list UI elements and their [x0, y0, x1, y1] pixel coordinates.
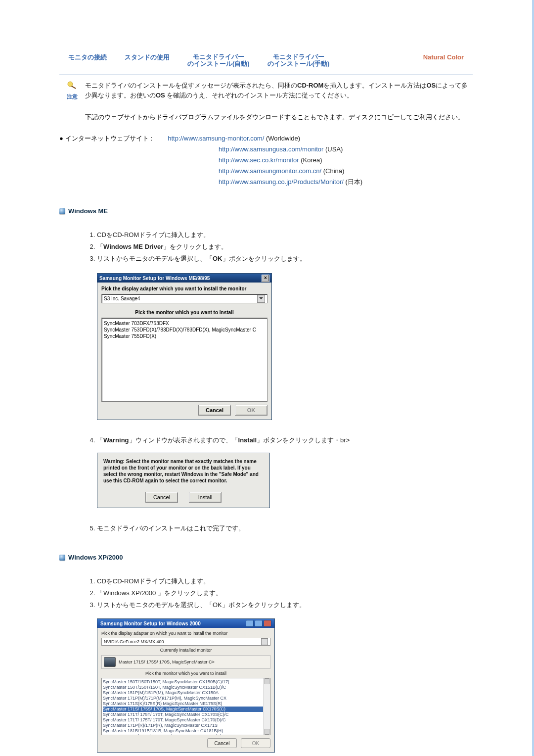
nav-driver-auto-l1: モニタドライバー	[193, 53, 244, 60]
xp-setup-title: Samsung Monitor Setup for Windows 2000	[100, 621, 201, 626]
xp-ok-button[interactable]: OK	[241, 738, 270, 748]
warning-dialog: Warning: Select the monitor name that ex…	[97, 453, 270, 508]
list-item[interactable]: SyncMaster 150T/150T/150T, MagicSyncMast…	[103, 685, 263, 690]
ok-button[interactable]: OK	[235, 405, 267, 416]
me-steps-3: モニタドライバのインストールはこれで完了です。	[87, 523, 473, 534]
pin-icon	[66, 81, 78, 91]
attention-text: モニタドライバのインストールを促すメッセージが表示されたら、同梱のCD-ROMを…	[85, 81, 473, 100]
list-item[interactable]: SyncMaster 191T/191T/190T, MagicSyncMast…	[103, 734, 263, 735]
me-step-3: リストからモニタのモデルを選択し、「OK」ボタンをクリックします。	[97, 253, 473, 264]
nav-driver-auto-l2: のインストール(自動)	[187, 60, 250, 67]
nav-stand[interactable]: スタンドの使用	[116, 53, 178, 61]
me-steps: CDをCD-ROMドライブに挿入します。 「Windows ME Driver」…	[87, 230, 473, 264]
link-korea[interactable]: http://www.sec.co.kr/monitor (Korea)	[219, 155, 473, 166]
me-setup-dialog: Samsung Monitor Setup for Windows ME/98/…	[97, 273, 272, 420]
list-item[interactable]: SyncMaster 171P(M)/171P(M)/171P(M), Magi…	[103, 696, 263, 701]
link-usa[interactable]: http://www.samsungusa.com/monitor (USA)	[219, 144, 473, 155]
xp-adapter-value: NVIDIA GeForce2 MX/MX 400	[104, 639, 164, 645]
section-windows-me: Windows ME	[59, 207, 473, 215]
link-china[interactable]: http://www.samsungmonitor.com.cn/ (China…	[219, 166, 473, 177]
monitor-icon	[104, 657, 116, 667]
xp-setup-dialog: Samsung Monitor Setup for Windows 2000 P…	[97, 618, 275, 753]
nav-natural-color[interactable]: Natural Color	[414, 53, 473, 61]
section-bullet-icon	[59, 208, 65, 214]
list-item-selected[interactable]: SyncMaster 171S/ 175S/ 170S, MagicSyncMa…	[103, 707, 263, 712]
attention-note: 注意 モニタドライバのインストールを促すメッセージが表示されたら、同梱のCD-R…	[59, 81, 473, 101]
xp-cancel-button[interactable]: Cancel	[207, 738, 237, 748]
list-item[interactable]: SyncMaster 171T/ 175T/ 170T, MagicSyncMa…	[103, 717, 263, 723]
warning-install-button[interactable]: Install	[189, 492, 222, 503]
monitor-list[interactable]: SyncMaster 703DFX/753DFX SyncMaster 753D…	[101, 318, 267, 402]
me-setup-title: Samsung Monitor Setup for Windows ME/98/…	[99, 275, 210, 282]
list-item[interactable]: SyncMaster 171T/ 175T/ 170T, MagicSyncMa…	[103, 712, 263, 717]
download-note: 下記のウェブサイトからドライバプログラムファイルをダウンロードすることもできます…	[85, 112, 473, 122]
link-worldwide[interactable]: http://www.samsung-monitor.com/ (Worldwi…	[168, 133, 300, 144]
list-item[interactable]: SyncMaster 181B/191B/181B, MagicSyncMast…	[103, 728, 263, 734]
xp-group-label: Currently installed monitor	[101, 648, 270, 653]
nav-driver-manual-l1: モニタドライバー	[273, 53, 324, 60]
nav-natural-color-label: Natural Color	[423, 53, 464, 61]
nav-connect-label: モニタの接続	[68, 53, 107, 61]
me-step-2: 「Windows ME Driver」をクリックします。	[97, 241, 473, 252]
close-icon[interactable]: ×	[262, 275, 269, 282]
xp-setup-titlebar: Samsung Monitor Setup for Windows 2000	[97, 619, 274, 628]
list-item[interactable]: SyncMaster 151P(M)/151P(M), MagicSyncMas…	[103, 690, 263, 696]
adapter-dropdown[interactable]: S3 Inc. Savage4	[101, 294, 267, 303]
page-root: モニタの接続 スタンドの使用 モニタドライバー のインストール(自動) モニタド…	[0, 0, 534, 756]
nav-driver-manual[interactable]: モニタドライバー のインストール(手動)	[259, 53, 339, 67]
warning-cancel-button[interactable]: Cancel	[145, 492, 178, 503]
list-item[interactable]: SyncMaster 171P(R)/171P(R), MagicSyncMas…	[103, 723, 263, 728]
me-step-5: モニタドライバのインストールはこれで完了です。	[97, 523, 473, 534]
top-nav: モニタの接続 スタンドの使用 モニタドライバー のインストール(自動) モニタド…	[59, 0, 473, 75]
xp-steps: CDをCD-ROMドライブに挿入します。 「Windows XP/2000 」を…	[87, 576, 473, 611]
xp-current-monitor-value: Master 171S/ 175S/ 170S, MagicSyncMaster…	[119, 660, 215, 665]
link-japan[interactable]: http://www.samsung.co.jp/Products/Monito…	[219, 177, 473, 188]
attention-icon-col: 注意	[59, 81, 85, 101]
xp-adapter-dropdown[interactable]: NVIDIA GeForce2 MX/MX 400	[101, 638, 270, 646]
close-icon[interactable]	[264, 620, 271, 627]
section-bullet-icon	[59, 555, 65, 561]
list-item[interactable]: SyncMaster 171S(K)/175S(R) MagicSyncMast…	[103, 701, 263, 707]
attention-label: 注意	[67, 94, 78, 99]
chevron-down-icon[interactable]	[257, 295, 265, 303]
window-buttons	[246, 620, 271, 627]
xp-setup-label-monitor: Pick the monitor which you want to insta…	[101, 671, 270, 676]
website-list: ● インターネットウェブサイト : http://www.samsung-mon…	[59, 133, 473, 188]
nav-driver-auto[interactable]: モニタドライバー のインストール(自動)	[178, 53, 259, 67]
nav-connect[interactable]: モニタの接続	[59, 53, 116, 61]
me-step-1: CDをCD-ROMドライブに挿入します。	[97, 230, 473, 240]
xp-current-monitor: Master 171S/ 175S/ 170S, MagicSyncMaster…	[101, 655, 270, 669]
section-windows-xp2000-title: Windows XP/2000	[68, 554, 123, 561]
cancel-button[interactable]: Cancel	[198, 405, 231, 416]
nav-stand-label: スタンドの使用	[125, 53, 170, 61]
me-setup-titlebar: Samsung Monitor Setup for Windows ME/98/…	[97, 274, 271, 283]
xp-step-1: CDをCD-ROMドライブに挿入します。	[97, 576, 473, 587]
section-windows-xp2000: Windows XP/2000	[59, 554, 473, 561]
nav-driver-manual-l2: のインストール(手動)	[267, 60, 330, 67]
svg-rect-1	[71, 86, 76, 89]
section-windows-me-title: Windows ME	[68, 207, 108, 215]
xp-setup-label-adapter: Pick the display adapter on which you wa…	[101, 631, 270, 636]
me-setup-label-adapter: Pick the display adapter which you want …	[101, 285, 267, 292]
xp-step-2: 「Windows XP/2000 」をクリックします。	[97, 588, 473, 599]
warning-text: Warning: Select the monitor name that ex…	[97, 453, 269, 492]
maximize-icon[interactable]	[255, 620, 263, 627]
chevron-down-icon[interactable]	[261, 638, 268, 645]
website-list-first: ● インターネットウェブサイト : http://www.samsung-mon…	[59, 133, 473, 144]
list-item[interactable]: SyncMaster 150T/150T/150T, MagicSyncMast…	[103, 679, 263, 685]
minimize-icon[interactable]	[246, 620, 254, 627]
xp-monitor-list[interactable]: SyncMaster 150T/150T/150T, MagicSyncMast…	[101, 678, 270, 735]
adapter-value: S3 Inc. Savage4	[104, 295, 140, 302]
xp-step-3: リストからモニタのモデルを選択し、「OK」ボタンをクリックします。	[97, 600, 473, 611]
bullet-icon: ●	[59, 133, 65, 144]
me-step-4: 「Warning」ウィンドウが表示されますので、「Install」ボタンをクリッ…	[97, 435, 473, 446]
scrollbar[interactable]	[264, 678, 270, 735]
website-list-label: インターネットウェブサイト :	[65, 133, 164, 144]
me-setup-label-monitor: Pick the monitor which you want to insta…	[101, 309, 267, 316]
me-steps-2: 「Warning」ウィンドウが表示されますので、「Install」ボタンをクリッ…	[87, 435, 473, 446]
